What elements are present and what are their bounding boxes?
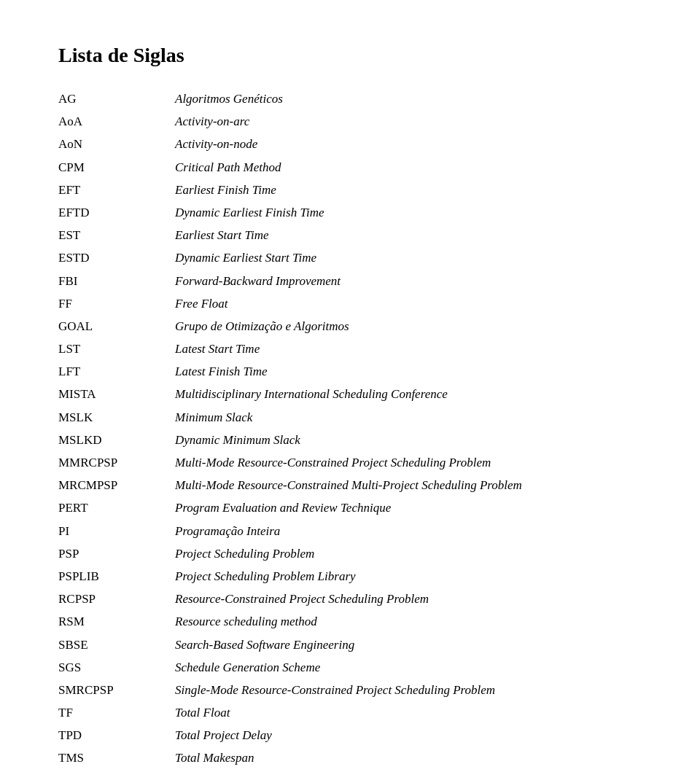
acronym-definition: Algoritmos Genéticos [175, 87, 642, 110]
acronym-definition: Program Evaluation and Review Technique [175, 496, 642, 519]
acronym-definition: Total Project Delay [175, 724, 642, 746]
acronym-abbreviation: TMS [58, 746, 175, 769]
acronym-abbreviation: PSP [58, 542, 175, 565]
acronym-abbreviation: AoA [58, 110, 175, 133]
list-item: TMSTotal Makespan [58, 746, 642, 769]
acronym-abbreviation: LFT [58, 360, 175, 383]
acronym-definition: Free Float [175, 292, 642, 315]
acronym-definition: Single-Mode Resource-Constrained Project… [175, 679, 642, 701]
list-item: FFFree Float [58, 292, 642, 315]
acronym-abbreviation: GOAL [58, 315, 175, 338]
list-item: MISTAMultidisciplinary International Sch… [58, 383, 642, 405]
list-item: LFTLatest Finish Time [58, 360, 642, 383]
acronym-definition: Latest Start Time [175, 338, 642, 360]
acronym-definition: Dynamic Minimum Slack [175, 429, 642, 451]
list-item: PERTProgram Evaluation and Review Techni… [58, 496, 642, 519]
list-item: EFTEarliest Finish Time [58, 179, 642, 201]
acronym-definition: Critical Path Method [175, 156, 642, 179]
acronym-definition: Project Scheduling Problem [175, 542, 642, 565]
acronym-abbreviation: SMRCPSP [58, 679, 175, 701]
acronym-definition: Multi-Mode Resource-Constrained Multi-Pr… [175, 474, 642, 496]
acronym-definition: Search-Based Software Engineering [175, 633, 642, 656]
acronym-abbreviation: AG [58, 87, 175, 110]
acronym-definition: Total Float [175, 701, 642, 724]
list-item: GOALGrupo de Otimização e Algoritmos [58, 315, 642, 338]
acronym-abbreviation: EST [58, 224, 175, 246]
list-item: AGAlgoritmos Genéticos [58, 87, 642, 110]
acronym-definition: Latest Finish Time [175, 360, 642, 383]
list-item: AoAActivity-on-arc [58, 110, 642, 133]
acronym-definition: Resource-Constrained Project Scheduling … [175, 588, 642, 610]
acronym-definition: Activity-on-arc [175, 110, 642, 133]
acronym-definition: Grupo de Otimização e Algoritmos [175, 315, 642, 338]
list-item: MMRCPSPMulti-Mode Resource-Constrained P… [58, 451, 642, 474]
acronym-definition: Schedule Generation Scheme [175, 656, 642, 679]
list-item: ESTDDynamic Earliest Start Time [58, 246, 642, 269]
acronym-abbreviation: RSM [58, 610, 175, 633]
list-item: LSTLatest Start Time [58, 338, 642, 360]
list-item: RCPSPResource-Constrained Project Schedu… [58, 588, 642, 610]
list-item: SGSSchedule Generation Scheme [58, 656, 642, 679]
acronym-abbreviation: ESTD [58, 246, 175, 269]
acronym-abbreviation: FBI [58, 270, 175, 292]
acronym-abbreviation: LST [58, 338, 175, 360]
acronym-definition: Minimum Slack [175, 406, 642, 429]
acronym-abbreviation: FF [58, 292, 175, 315]
list-item: TFTotal Float [58, 701, 642, 724]
acronym-list: AGAlgoritmos GenéticosAoAActivity-on-arc… [58, 87, 642, 770]
list-item: PSPProject Scheduling Problem [58, 542, 642, 565]
list-item: RSMResource scheduling method [58, 610, 642, 633]
acronym-abbreviation: MMRCPSP [58, 451, 175, 474]
acronym-definition: Forward-Backward Improvement [175, 270, 642, 292]
acronym-definition: Programação Inteira [175, 520, 642, 542]
acronym-definition: Earliest Start Time [175, 224, 642, 246]
acronym-definition: Multidisciplinary International Scheduli… [175, 383, 642, 405]
acronym-abbreviation: SGS [58, 656, 175, 679]
page-title: Lista de Siglas [58, 44, 642, 67]
acronym-abbreviation: MSLK [58, 406, 175, 429]
list-item: EFTDDynamic Earliest Finish Time [58, 201, 642, 224]
acronym-abbreviation: AoN [58, 133, 175, 155]
list-item: PSPLIBProject Scheduling Problem Library [58, 565, 642, 588]
list-item: ESTEarliest Start Time [58, 224, 642, 246]
acronym-definition: Earliest Finish Time [175, 179, 642, 201]
acronym-abbreviation: EFT [58, 179, 175, 201]
acronym-abbreviation: MSLKD [58, 429, 175, 451]
acronym-abbreviation: MISTA [58, 383, 175, 405]
acronym-definition: Dynamic Earliest Finish Time [175, 201, 642, 224]
list-item: SMRCPSPSingle-Mode Resource-Constrained … [58, 679, 642, 701]
acronym-abbreviation: SBSE [58, 633, 175, 656]
acronym-abbreviation: RCPSP [58, 588, 175, 610]
list-item: TPDTotal Project Delay [58, 724, 642, 746]
list-item: PIProgramação Inteira [58, 520, 642, 542]
acronym-abbreviation: PI [58, 520, 175, 542]
acronym-abbreviation: PERT [58, 496, 175, 519]
list-item: AoNActivity-on-node [58, 133, 642, 155]
acronym-definition: Dynamic Earliest Start Time [175, 246, 642, 269]
list-item: MSLKDDynamic Minimum Slack [58, 429, 642, 451]
acronym-definition: Project Scheduling Problem Library [175, 565, 642, 588]
list-item: CPMCritical Path Method [58, 156, 642, 179]
acronym-abbreviation: TPD [58, 724, 175, 746]
acronym-abbreviation: PSPLIB [58, 565, 175, 588]
acronym-definition: Resource scheduling method [175, 610, 642, 633]
acronym-abbreviation: MRCMPSP [58, 474, 175, 496]
acronym-definition: Activity-on-node [175, 133, 642, 155]
acronym-abbreviation: EFTD [58, 201, 175, 224]
acronym-abbreviation: CPM [58, 156, 175, 179]
list-item: MSLKMinimum Slack [58, 406, 642, 429]
list-item: MRCMPSPMulti-Mode Resource-Constrained M… [58, 474, 642, 496]
acronym-definition: Multi-Mode Resource-Constrained Project … [175, 451, 642, 474]
list-item: SBSESearch-Based Software Engineering [58, 633, 642, 656]
acronym-definition: Total Makespan [175, 746, 642, 769]
acronym-abbreviation: TF [58, 701, 175, 724]
list-item: FBIForward-Backward Improvement [58, 270, 642, 292]
